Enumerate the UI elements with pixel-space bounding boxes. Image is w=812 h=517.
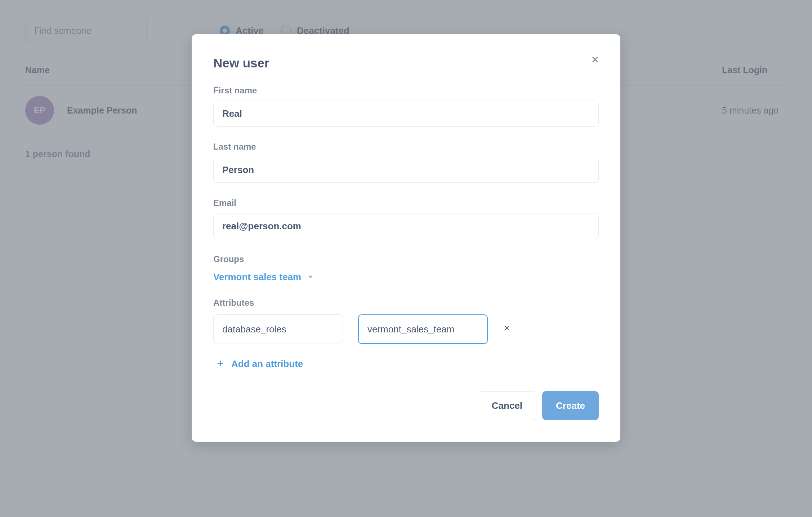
attribute-key-field[interactable]: [213, 314, 343, 344]
cancel-button[interactable]: Cancel: [478, 391, 536, 420]
modal-title: New user: [213, 56, 599, 70]
chevron-down-icon: [307, 273, 314, 282]
last-name-group: Last name: [213, 142, 599, 183]
modal-overlay: New user First name Last name Email Grou…: [0, 0, 812, 517]
new-user-modal: New user First name Last name Email Grou…: [192, 34, 620, 442]
first-name-label: First name: [213, 85, 599, 96]
create-button[interactable]: Create: [542, 391, 599, 420]
groups-value: Vermont sales team: [213, 271, 301, 283]
last-name-label: Last name: [213, 142, 599, 152]
attribute-row: [213, 314, 599, 344]
first-name-group: First name: [213, 85, 599, 127]
add-attribute-button[interactable]: Add an attribute: [216, 358, 303, 370]
attributes-group: Attributes Add an att: [213, 298, 599, 370]
email-label: Email: [213, 198, 599, 208]
modal-footer: Cancel Create: [213, 391, 599, 420]
attribute-value-field[interactable]: [358, 314, 488, 344]
close-icon[interactable]: [591, 55, 599, 64]
add-attribute-label: Add an attribute: [231, 358, 303, 370]
email-group: Email: [213, 198, 599, 239]
groups-dropdown[interactable]: Vermont sales team: [213, 271, 314, 283]
groups-label: Groups: [213, 254, 599, 264]
groups-group: Groups Vermont sales team: [213, 254, 599, 283]
first-name-field[interactable]: [213, 101, 599, 127]
plus-icon: [216, 359, 225, 369]
remove-attribute-icon[interactable]: [503, 324, 511, 334]
email-field[interactable]: [213, 213, 599, 239]
attributes-label: Attributes: [213, 298, 599, 308]
last-name-field[interactable]: [213, 157, 599, 183]
